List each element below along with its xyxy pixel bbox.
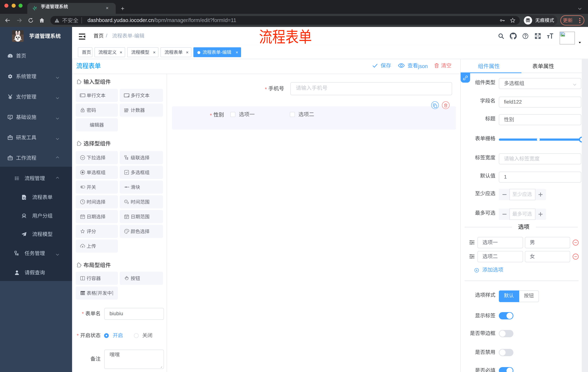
svg-text:123: 123 [124, 108, 128, 112]
